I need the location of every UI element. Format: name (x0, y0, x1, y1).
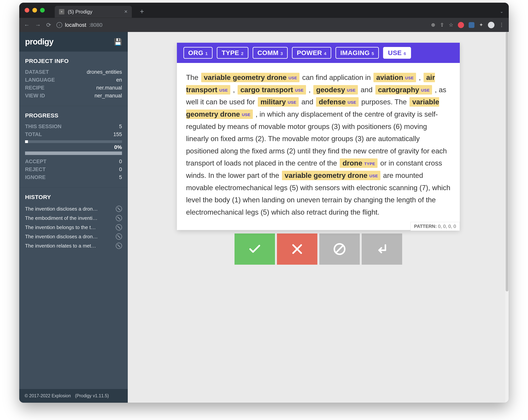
url-box[interactable]: i localhost:8080 (57, 22, 103, 28)
reload-icon[interactable]: ⟳ (46, 22, 51, 28)
footer-copyright: © 2017-2022 Explosion (25, 393, 71, 398)
url-port: :8080 (89, 22, 103, 28)
entity-span[interactable]: defenseUSE (316, 97, 359, 107)
history-text: The embodiment of the inventi… (25, 215, 113, 221)
new-tab-button[interactable]: + (140, 8, 144, 16)
prodigy-logo: prodigy (25, 37, 53, 46)
progress-count-row: ACCEPT0 (25, 158, 122, 166)
history-item[interactable]: The invention discloses a dron… (25, 232, 122, 241)
annotation-text[interactable]: The variable geometry droneUSE can find … (177, 63, 460, 230)
save-icon[interactable]: 💾 (114, 38, 122, 45)
site-info-icon[interactable]: i (57, 22, 62, 28)
label-hotkey: 6 (404, 51, 406, 56)
back-icon[interactable]: ← (24, 22, 30, 28)
entity-span[interactable]: variable geometry droneUSE (186, 97, 439, 119)
label-org[interactable]: ORG 1 (183, 47, 213, 59)
project-info-label: LANGUAGE (25, 77, 55, 83)
entity-span[interactable]: variable geometry droneUSE (282, 171, 380, 180)
entity-span[interactable]: militaryUSE (258, 97, 299, 107)
close-icon[interactable]: ✕ (124, 9, 128, 14)
entity-tag: USE (347, 88, 356, 92)
progress-count-label: ACCEPT (25, 159, 47, 165)
accept-button[interactable] (235, 234, 275, 265)
return-icon (375, 242, 389, 256)
profile-avatar[interactable] (488, 22, 494, 28)
progress-bar-bottom (25, 151, 122, 155)
browser-tab[interactable]: ✦ (5) Prodigy ✕ (55, 6, 132, 18)
progress-session-label: THIS SESSION (25, 124, 61, 130)
label-imaging[interactable]: IMAGING 5 (336, 47, 379, 59)
entity-span[interactable]: cartographyUSE (375, 85, 432, 94)
extension-icon-1[interactable] (458, 22, 464, 28)
scrollbar[interactable] (505, 32, 509, 403)
entity-tag: USE (348, 100, 356, 104)
window-maximize[interactable] (40, 8, 45, 12)
pattern-value: 0, 0, 0, 0 (438, 224, 456, 229)
history-section: HISTORY The invention discloses a dron…T… (19, 188, 128, 257)
ignore-icon (116, 206, 122, 212)
label-hotkey: 3 (280, 51, 283, 56)
entity-span[interactable]: geodesyUSE (313, 85, 358, 94)
check-icon (248, 242, 262, 256)
main-area: ORG 1TYPE 2COMM 3POWER 4IMAGING 5USE 6 T… (128, 32, 509, 403)
project-info-value: ner.manual (96, 85, 122, 91)
pattern-label: PATTERN: (414, 224, 437, 229)
progress-count-value: 5 (119, 174, 122, 180)
progress-count-row: REJECT0 (25, 166, 122, 173)
star-icon[interactable]: ☆ (449, 22, 453, 28)
entity-tag: USE (421, 88, 430, 92)
label-power[interactable]: POWER 4 (292, 47, 331, 59)
history-text: The invention belongs to the t… (25, 225, 113, 230)
ignore-icon (116, 243, 122, 249)
ignore-button[interactable] (319, 234, 360, 265)
entity-tag: USE (295, 88, 304, 92)
extensions-icon[interactable]: ✦ (479, 22, 483, 28)
label-hotkey: 2 (241, 51, 244, 56)
label-hotkey: 5 (372, 51, 374, 56)
ignore-icon (116, 215, 122, 221)
entity-span[interactable]: droneTYPE (340, 159, 377, 168)
progress-count-value: 0 (119, 159, 122, 165)
menu-icon[interactable]: ⋮ (499, 22, 504, 28)
history-item[interactable]: The invention relates to a met… (25, 241, 122, 250)
tabs-dropdown-icon[interactable]: ⌄ (500, 9, 503, 14)
share-icon[interactable]: ⇪ (440, 22, 444, 28)
zoom-icon[interactable]: ⊕ (431, 22, 435, 28)
url-host: localhost (65, 22, 86, 28)
project-info-row: DATASETdrones_entities (25, 68, 122, 76)
label-comm[interactable]: COMM 3 (253, 47, 288, 59)
reject-button[interactable] (277, 234, 317, 265)
entity-span[interactable]: cargo transportUSE (238, 85, 306, 94)
project-info-label: RECIPE (25, 85, 45, 91)
history-item[interactable]: The invention belongs to the t… (25, 223, 122, 232)
progress-total-label: TOTAL (25, 131, 42, 137)
ignore-icon (116, 234, 122, 240)
window-minimize[interactable] (32, 8, 37, 12)
history-item[interactable]: The invention discloses a dron… (25, 204, 122, 214)
entity-span[interactable]: variable geometry droneUSE (201, 73, 300, 82)
entity-span[interactable]: aviationUSE (373, 73, 416, 82)
label-bar: ORG 1TYPE 2COMM 3POWER 4IMAGING 5USE 6 (177, 43, 460, 63)
label-type[interactable]: TYPE 2 (217, 47, 248, 59)
progress-percent: 0% (25, 144, 122, 150)
progress-count-label: REJECT (25, 167, 46, 172)
forward-icon[interactable]: → (35, 22, 41, 28)
window-close[interactable] (25, 8, 29, 12)
undo-button[interactable] (362, 234, 402, 265)
ignore-icon (116, 224, 122, 230)
progress-session-value: 5 (119, 124, 122, 130)
history-title: HISTORY (25, 194, 122, 200)
progress-count-row: IGNORE5 (25, 173, 122, 181)
sidebar-footer: © 2017-2022 Explosion (Prodigy v1.11.5) (19, 389, 128, 403)
history-item[interactable]: The embodiment of the inventi… (25, 214, 122, 223)
entity-tag: TYPE (364, 161, 375, 166)
progress-bar-top (25, 140, 122, 143)
scrollbar-thumb[interactable] (506, 32, 508, 291)
history-text: The invention discloses a dron… (25, 206, 113, 212)
sidebar-header: prodigy 💾 (19, 32, 128, 52)
progress-total-value: 155 (113, 131, 122, 137)
progress-title: PROGRESS (25, 112, 122, 119)
label-use[interactable]: USE 6 (383, 47, 411, 59)
project-info-row: LANGUAGEen (25, 76, 122, 84)
extension-icon-2[interactable] (469, 22, 474, 28)
